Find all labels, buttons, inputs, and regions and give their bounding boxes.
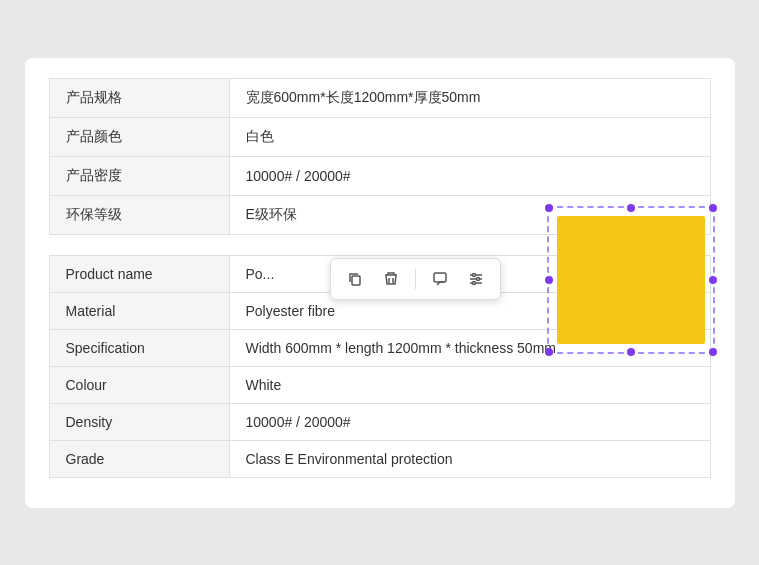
en-value-3: White (229, 366, 710, 403)
cn-value-2: 10000# / 20000# (229, 156, 710, 195)
product-image-container[interactable] (547, 206, 715, 354)
cn-value-0: 宽度600mm*长度1200mm*厚度50mm (229, 78, 710, 117)
svg-rect-1 (434, 273, 446, 282)
svg-point-5 (472, 273, 475, 276)
delete-button[interactable] (377, 265, 405, 293)
toolbar-divider (415, 269, 416, 289)
product-image (557, 216, 705, 344)
handle-ml[interactable] (545, 276, 553, 284)
en-label-0: Product name (49, 255, 229, 292)
svg-point-6 (476, 277, 479, 280)
handle-tl[interactable] (545, 204, 553, 212)
cn-table-row: 产品颜色 白色 (49, 117, 710, 156)
cn-value-1: 白色 (229, 117, 710, 156)
handle-tm[interactable] (627, 204, 635, 212)
en-table-row: Grade Class E Environmental protection (49, 440, 710, 477)
en-label-1: Material (49, 292, 229, 329)
svg-rect-0 (352, 276, 360, 285)
handle-mr[interactable] (709, 276, 717, 284)
en-value-4: 10000# / 20000# (229, 403, 710, 440)
cn-label-1: 产品颜色 (49, 117, 229, 156)
en-label-4: Density (49, 403, 229, 440)
cn-label-2: 产品密度 (49, 156, 229, 195)
image-toolbar (330, 258, 501, 300)
comment-button[interactable] (426, 265, 454, 293)
main-card: 产品规格 宽度600mm*长度1200mm*厚度50mm 产品颜色 白色 产品密… (25, 58, 735, 508)
svg-point-7 (472, 281, 475, 284)
en-label-3: Colour (49, 366, 229, 403)
en-table-row: Density 10000# / 20000# (49, 403, 710, 440)
settings-button[interactable] (462, 265, 490, 293)
cn-label-3: 环保等级 (49, 195, 229, 234)
cn-label-0: 产品规格 (49, 78, 229, 117)
en-label-2: Specification (49, 329, 229, 366)
copy-button[interactable] (341, 265, 369, 293)
cn-table-row: 产品密度 10000# / 20000# (49, 156, 710, 195)
en-label-5: Grade (49, 440, 229, 477)
cn-table-row: 产品规格 宽度600mm*长度1200mm*厚度50mm (49, 78, 710, 117)
en-table-row: Colour White (49, 366, 710, 403)
en-value-5: Class E Environmental protection (229, 440, 710, 477)
handle-tr[interactable] (709, 204, 717, 212)
